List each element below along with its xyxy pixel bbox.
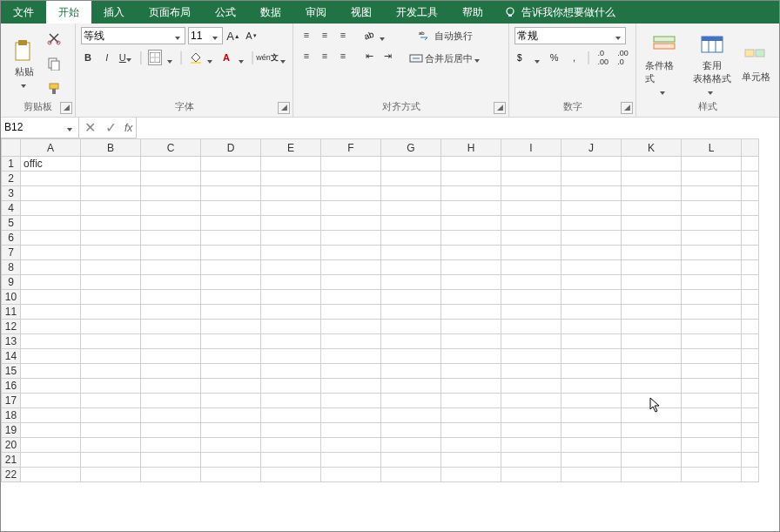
cell-K6[interactable] <box>622 231 682 246</box>
currency-button[interactable]: $ <box>514 50 529 65</box>
cell-L15[interactable] <box>682 364 742 379</box>
cell-J9[interactable] <box>561 275 622 290</box>
chevron-down-icon[interactable] <box>207 54 214 62</box>
col-header-K[interactable]: K <box>622 139 682 157</box>
cell-C18[interactable] <box>141 408 201 423</box>
cell-F2[interactable] <box>321 172 381 186</box>
cell-C12[interactable] <box>141 320 201 334</box>
tab-view[interactable]: 视图 <box>339 1 384 24</box>
cell-C4[interactable] <box>141 201 201 216</box>
cell-I21[interactable] <box>501 453 561 468</box>
cell-L2[interactable] <box>682 172 742 186</box>
align-top-button[interactable]: ≡ <box>299 27 314 43</box>
cell-G17[interactable] <box>381 394 441 408</box>
cell-L1[interactable] <box>682 157 742 172</box>
orientation-button[interactable]: ab <box>361 27 377 43</box>
cell-B9[interactable] <box>81 275 141 290</box>
cell-J18[interactable] <box>561 408 622 423</box>
enter-formula-button[interactable]: ✓ <box>100 119 121 136</box>
cell-D12[interactable] <box>201 320 261 334</box>
cell-J13[interactable] <box>561 334 622 349</box>
cell-G5[interactable] <box>381 216 441 231</box>
cell-B15[interactable] <box>81 364 141 379</box>
cell-I5[interactable] <box>501 216 561 231</box>
cell-I20[interactable] <box>501 438 561 453</box>
cell-F11[interactable] <box>321 305 381 320</box>
cell-B11[interactable] <box>81 305 141 320</box>
cell-A5[interactable] <box>21 216 81 231</box>
cell-F8[interactable] <box>321 260 381 275</box>
cell-L20[interactable] <box>682 438 742 453</box>
cell-J16[interactable] <box>561 379 622 394</box>
row-header-2[interactable]: 2 <box>2 172 21 186</box>
cell-B5[interactable] <box>81 216 141 231</box>
cell-B16[interactable] <box>81 379 141 394</box>
cell-F14[interactable] <box>321 349 381 364</box>
row-header-1[interactable]: 1 <box>2 157 21 172</box>
cell-E9[interactable] <box>261 275 321 290</box>
cell-B18[interactable] <box>81 408 141 423</box>
cell-H12[interactable] <box>441 320 501 334</box>
row-header-7[interactable]: 7 <box>2 246 21 260</box>
cell-E15[interactable] <box>261 364 321 379</box>
italic-button[interactable]: I <box>100 50 114 65</box>
cell-C3[interactable] <box>141 186 201 201</box>
cell-D18[interactable] <box>201 408 261 423</box>
cell-K5[interactable] <box>622 216 682 231</box>
cell-E1[interactable] <box>261 157 321 172</box>
cell-H2[interactable] <box>441 172 501 186</box>
cell-F6[interactable] <box>321 231 381 246</box>
chevron-down-icon[interactable] <box>167 54 174 62</box>
cell-F21[interactable] <box>321 453 381 468</box>
tab-data[interactable]: 数据 <box>248 1 293 24</box>
col-header-J[interactable]: J <box>561 139 622 157</box>
cell-J6[interactable] <box>561 231 622 246</box>
row-header-9[interactable]: 9 <box>2 275 21 290</box>
cell-E12[interactable] <box>261 320 321 334</box>
select-all-cell[interactable] <box>2 139 21 157</box>
cell-B17[interactable] <box>81 394 141 408</box>
cell-C13[interactable] <box>141 334 201 349</box>
cell-J21[interactable] <box>561 453 622 468</box>
cell-D19[interactable] <box>201 423 261 438</box>
cell-D11[interactable] <box>201 305 261 320</box>
cell-C8[interactable] <box>141 260 201 275</box>
cell-J12[interactable] <box>561 320 622 334</box>
align-center-button[interactable]: ≡ <box>317 48 333 64</box>
cell-L14[interactable] <box>682 349 742 364</box>
cell-L17[interactable] <box>682 394 742 408</box>
cell-C15[interactable] <box>141 364 201 379</box>
cell-G14[interactable] <box>381 349 441 364</box>
cell-E10[interactable] <box>261 290 321 305</box>
bold-button[interactable]: B <box>81 50 95 65</box>
cell-G10[interactable] <box>381 290 441 305</box>
cell-G3[interactable] <box>381 186 441 201</box>
cell-F18[interactable] <box>321 408 381 423</box>
tab-developer[interactable]: 开发工具 <box>384 1 450 24</box>
cell-D15[interactable] <box>201 364 261 379</box>
cell-D1[interactable] <box>201 157 261 172</box>
cell-K22[interactable] <box>622 468 682 482</box>
align-middle-button[interactable]: ≡ <box>317 27 333 43</box>
cell-G21[interactable] <box>381 453 441 468</box>
cell-G4[interactable] <box>381 201 441 216</box>
cell-A3[interactable] <box>21 186 81 201</box>
row-header-19[interactable]: 19 <box>2 423 21 438</box>
cell-I15[interactable] <box>501 364 561 379</box>
cell-I11[interactable] <box>501 305 561 320</box>
row-header-18[interactable]: 18 <box>2 408 21 423</box>
cell-J3[interactable] <box>561 186 622 201</box>
cell-H16[interactable] <box>441 379 501 394</box>
cell-I17[interactable] <box>501 394 561 408</box>
cell-E7[interactable] <box>261 246 321 260</box>
cell-G15[interactable] <box>381 364 441 379</box>
cell-C11[interactable] <box>141 305 201 320</box>
cell-K16[interactable] <box>622 379 682 394</box>
cell-H11[interactable] <box>441 305 501 320</box>
cell-D9[interactable] <box>201 275 261 290</box>
cell-F7[interactable] <box>321 246 381 260</box>
cell-K14[interactable] <box>622 349 682 364</box>
cell-F22[interactable] <box>321 468 381 482</box>
formula-input[interactable] <box>136 118 779 138</box>
clipboard-dialog-launcher[interactable]: ◢ <box>60 102 72 114</box>
